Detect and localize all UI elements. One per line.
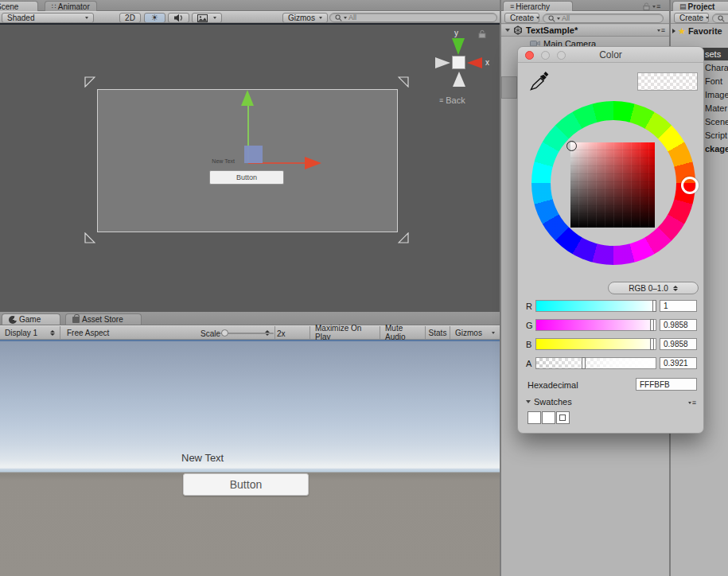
foldout-arrow-icon[interactable] [672, 29, 675, 33]
foldout-arrow-icon[interactable] [505, 29, 510, 32]
project-item-packages[interactable]: ckage [705, 144, 728, 154]
project-item[interactable]: Script [705, 130, 727, 140]
channel-r-value[interactable]: 1 [660, 300, 697, 312]
tab-asset-store-label: Asset Store [82, 315, 123, 324]
lock-icon[interactable] [478, 29, 486, 38]
hierarchy-scene-row[interactable]: TextSample* ≡ [501, 25, 669, 37]
project-item[interactable]: Font [705, 76, 722, 86]
scene-button-object-label: Button [236, 173, 257, 181]
channel-b-slider[interactable] [535, 338, 656, 350]
swatch-white[interactable] [528, 411, 541, 424]
swatches-menu[interactable]: ≡ [688, 399, 695, 407]
scene-viewport[interactable]: New Text Button y x ≡ Back [0, 25, 500, 312]
tab-hierarchy[interactable]: ≡ Hierarchy [503, 1, 573, 11]
updown-arrows-icon [50, 330, 55, 336]
lock-icon[interactable] [643, 2, 650, 10]
game-button[interactable]: Button [183, 473, 309, 496]
tab-hierarchy-label: Hierarchy [516, 2, 550, 11]
project-item[interactable]: Mater [705, 103, 727, 113]
scene-name-label: TextSample* [526, 25, 578, 35]
tab-animator[interactable]: ∷ Animator [45, 1, 97, 11]
tab-game[interactable]: Game [2, 313, 60, 325]
channel-g-slider[interactable] [535, 319, 656, 331]
scene-new-text-object[interactable]: New Text [191, 158, 235, 164]
canvas-corner-handle[interactable] [398, 232, 409, 243]
canvas-corner-handle[interactable] [84, 76, 95, 88]
hue-cursor[interactable] [681, 177, 699, 194]
scene-gizmos-dropdown[interactable]: Gizmos [282, 13, 328, 23]
project-create-button[interactable]: Create [674, 13, 709, 23]
scene-row-menu[interactable]: ≡ [657, 26, 664, 34]
hierarchy-create-button[interactable]: Create [504, 13, 539, 23]
hierarchy-tab-menu[interactable]: ≡ [652, 2, 660, 10]
stats-button[interactable]: Stats [426, 326, 450, 339]
maximize-on-play-button[interactable]: Maximize On Play [309, 326, 380, 339]
project-favorites-row[interactable]: ★ Favorite [672, 26, 722, 36]
folder-icon: ▤ [679, 2, 686, 10]
gizmo-center-cube[interactable] [452, 56, 465, 69]
scene-toolbar: Shaded 2D ☀ Gizmos All [0, 11, 500, 23]
channel-r-slider[interactable] [535, 300, 656, 312]
stats-label: Stats [429, 329, 447, 337]
swatch-white[interactable] [542, 411, 555, 424]
color-window-titlebar[interactable]: Color [518, 47, 703, 63]
channel-r-handle[interactable] [652, 300, 656, 312]
y-axis-arrow-icon[interactable] [241, 90, 254, 106]
saturation-value-cursor[interactable] [566, 141, 577, 151]
hexadecimal-value[interactable]: FFFBFB [636, 378, 697, 391]
channel-a-handle[interactable] [582, 357, 586, 369]
channel-a-value[interactable]: 0.3921 [660, 357, 697, 369]
audio-toggle-button[interactable] [168, 13, 189, 23]
display-dropdown-label: Display 1 [5, 329, 37, 337]
project-item-assets[interactable]: sets [705, 49, 721, 59]
gizmo-view-orientation[interactable]: ≡ Back [439, 95, 465, 105]
x-axis-arrow-icon[interactable] [305, 157, 321, 169]
color-mode-dropdown[interactable]: RGB 0–1.0 [608, 282, 699, 294]
effects-dropdown-button[interactable] [192, 13, 222, 23]
display-dropdown[interactable]: Display 1 [0, 326, 60, 339]
hierarchy-tabbar: ≡ Hierarchy ≡ [501, 0, 669, 11]
canvas-corner-handle[interactable] [398, 76, 409, 88]
gizmo-y-cone[interactable] [452, 38, 465, 55]
color-mode-label: RGB 0–1.0 [629, 284, 668, 293]
chevron-down-icon [85, 17, 88, 19]
channel-b-handle[interactable] [650, 338, 654, 350]
project-item[interactable]: Image [705, 90, 728, 99]
hierarchy-scrollbar-thumb[interactable] [501, 76, 517, 99]
gizmo-left-cone[interactable] [435, 57, 450, 68]
list-icon: ≡ [510, 2, 513, 10]
shaded-dropdown[interactable]: Shaded [2, 13, 94, 23]
scene-search-input[interactable]: All [329, 13, 497, 22]
saturation-value-square[interactable] [570, 142, 655, 228]
mute-audio-button[interactable]: Mute Audio [380, 326, 426, 339]
scale-slider-knob[interactable] [221, 329, 228, 337]
channel-b-label: B [526, 340, 535, 349]
project-item[interactable]: Chara [705, 63, 728, 72]
eyedropper-icon[interactable] [528, 68, 551, 94]
swatch-inner-mark [559, 414, 566, 421]
tab-asset-store[interactable]: Asset Store [65, 313, 142, 325]
tab-scene[interactable]: Scene [0, 1, 38, 11]
project-create-label: Create [679, 14, 703, 22]
channel-g-handle[interactable] [650, 319, 654, 331]
channel-g-value[interactable]: 0.9858 [660, 319, 697, 331]
hierarchy-search-input[interactable]: All [543, 14, 664, 23]
swatches-foldout[interactable]: Swatches [526, 397, 572, 407]
project-item[interactable]: Scene [705, 117, 728, 126]
channel-a-slider[interactable] [535, 357, 656, 369]
2d-toggle-button[interactable]: 2D [119, 13, 141, 23]
tab-project[interactable]: ▤ Project [672, 1, 728, 11]
canvas-corner-handle[interactable] [84, 232, 95, 243]
rect-tool-pivot-handle[interactable] [244, 146, 263, 163]
project-favorites-label: Favorite [688, 26, 722, 36]
project-search-input[interactable] [712, 14, 728, 23]
game-gizmos-dropdown[interactable]: Gizmos [450, 326, 500, 339]
lighting-toggle-button[interactable]: ☀ [144, 13, 165, 23]
gizmo-x-cone[interactable] [467, 57, 482, 68]
channel-b-value[interactable]: 0.9858 [660, 338, 697, 350]
game-viewport[interactable]: New Text Button [0, 340, 500, 576]
gizmo-bottom-cone[interactable] [453, 72, 465, 87]
swatch-selected[interactable] [556, 411, 570, 424]
menu-icon: ≡ [661, 26, 664, 34]
scene-button-object[interactable]: Button [209, 170, 284, 185]
